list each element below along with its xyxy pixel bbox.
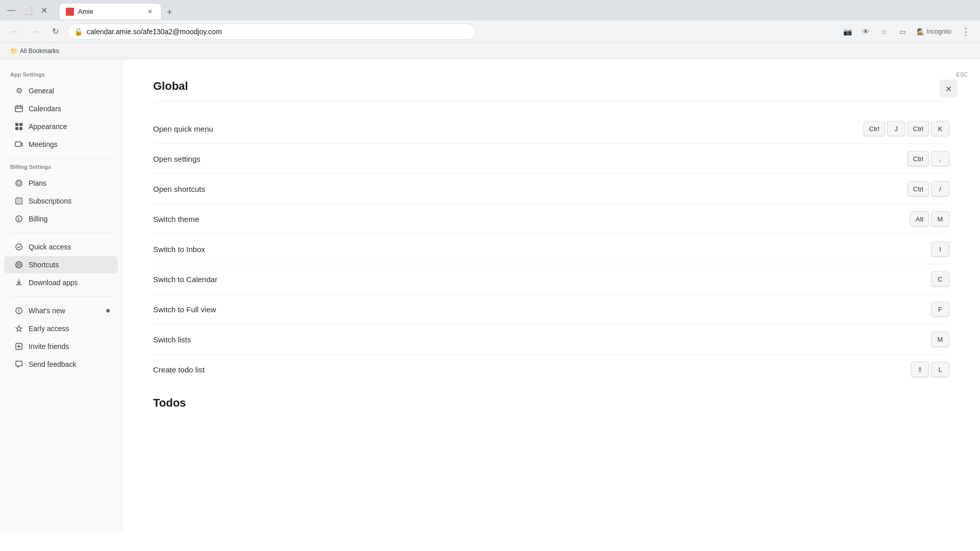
shortcuts-list: Open quick menuCtrlJCtrlKOpen settingsCt… xyxy=(153,114,949,384)
appearance-label: Appearance xyxy=(29,122,67,131)
shortcut-keys: ⇧L xyxy=(911,362,949,377)
minimize-button[interactable]: — xyxy=(4,3,18,17)
browser-toolbar: ← → ↻ 🔒 calendar.amie.so/afe130a2@moodjo… xyxy=(0,20,980,43)
shortcut-row: Switch to Full viewF xyxy=(153,294,949,324)
reload-button[interactable]: ↻ xyxy=(47,23,63,40)
maximize-button[interactable]: ⬜ xyxy=(20,3,35,17)
close-window-button[interactable]: ✕ xyxy=(37,3,51,17)
close-button[interactable]: ✕ xyxy=(939,80,958,98)
svg-rect-5 xyxy=(19,123,22,126)
shortcut-keys: Ctrl/ xyxy=(908,181,949,196)
esc-label: ESC xyxy=(956,71,968,78)
bookmarks-bar: 📁 All Bookmarks xyxy=(0,43,980,59)
divider-2 xyxy=(10,233,112,233)
key-badge: L xyxy=(931,362,949,377)
shortcut-keys: I xyxy=(931,241,949,257)
shortcut-label: Switch to Inbox xyxy=(153,245,931,254)
lock-icon: 🔒 xyxy=(74,28,83,36)
shortcut-row: Open quick menuCtrlJCtrlK xyxy=(153,114,949,143)
sidebar-item-subscriptions[interactable]: Subscriptions xyxy=(4,192,118,210)
send-feedback-icon xyxy=(14,360,23,369)
sidebar-item-early-access[interactable]: Early access xyxy=(4,320,118,337)
quick-access-label: Quick access xyxy=(29,243,71,251)
menu-button[interactable]: ⋮ xyxy=(958,23,974,40)
shortcut-row: Switch to InboxI xyxy=(153,234,949,264)
subscriptions-icon xyxy=(14,196,23,206)
back-button[interactable]: ← xyxy=(6,23,22,40)
key-badge: F xyxy=(931,302,949,317)
svg-point-9 xyxy=(16,180,22,186)
download-apps-label: Download apps xyxy=(29,279,78,287)
eye-off-icon[interactable]: 👁 xyxy=(857,23,874,40)
calendars-label: Calendars xyxy=(29,105,61,113)
main-content: ✕ ESC Global Open quick menuCtrlJCtrlKOp… xyxy=(122,59,980,533)
early-access-icon xyxy=(14,324,23,333)
app-container: App Settings ⚙ General Calendars xyxy=(0,59,980,533)
camera-off-icon[interactable]: 📷 xyxy=(839,23,855,40)
shortcut-label: Open shortcuts xyxy=(153,185,908,193)
svg-rect-11 xyxy=(16,198,22,204)
todos-section-title: Todos xyxy=(153,396,949,410)
sidebar-item-invite-friends[interactable]: Invite friends xyxy=(4,338,118,355)
sidebar-item-plans[interactable]: Plans xyxy=(4,174,118,192)
sidebar: App Settings ⚙ General Calendars xyxy=(0,59,122,533)
general-label: General xyxy=(29,87,54,95)
shortcut-label: Open quick menu xyxy=(153,124,864,133)
sidebar-item-meetings[interactable]: Meetings xyxy=(4,136,118,153)
sidebar-item-appearance[interactable]: Appearance xyxy=(4,118,118,135)
svg-rect-7 xyxy=(19,127,22,130)
tab-close-button[interactable]: ✕ xyxy=(145,7,155,16)
svg-rect-6 xyxy=(15,127,18,130)
key-badge: Alt xyxy=(910,211,929,227)
sidebar-icon[interactable]: ▭ xyxy=(894,23,911,40)
sidebar-item-send-feedback[interactable]: Send feedback xyxy=(4,356,118,373)
bookmarks-folder[interactable]: 📁 All Bookmarks xyxy=(6,45,63,57)
key-badge: C xyxy=(931,271,949,287)
notification-badge xyxy=(106,309,110,313)
bookmarks-label: All Bookmarks xyxy=(20,47,59,55)
divider-3 xyxy=(10,296,112,297)
sidebar-item-quick-access[interactable]: Quick access xyxy=(4,238,118,256)
shortcut-row: Open settingsCtrl, xyxy=(153,144,949,173)
key-badge: I xyxy=(931,241,949,257)
global-section-title: Global xyxy=(153,80,949,93)
shortcuts-icon xyxy=(14,260,23,269)
shortcut-keys: M xyxy=(931,332,949,347)
sidebar-item-billing[interactable]: $ Billing xyxy=(4,210,118,228)
new-tab-button[interactable]: + xyxy=(162,5,177,19)
sidebar-item-shortcuts[interactable]: Shortcuts xyxy=(4,256,118,273)
shortcut-row: Create todo list⇧L xyxy=(153,355,949,384)
meetings-icon xyxy=(14,140,23,149)
key-badge: Ctrl xyxy=(908,121,929,136)
active-tab[interactable]: Amie ✕ xyxy=(59,3,161,19)
divider-1 xyxy=(10,158,112,159)
gear-icon: ⚙ xyxy=(14,86,23,95)
tab-bar: Amie ✕ + xyxy=(55,1,181,19)
shortcut-row: Switch themeAltM xyxy=(153,204,949,234)
sidebar-item-whats-new[interactable]: What's new xyxy=(4,302,118,319)
key-badge: , xyxy=(931,151,949,166)
sidebar-item-general[interactable]: ⚙ General xyxy=(4,82,118,99)
shortcut-keys: Ctrl, xyxy=(908,151,949,166)
plans-icon xyxy=(14,179,23,188)
star-icon[interactable]: ☆ xyxy=(876,23,892,40)
window-controls: — ⬜ ✕ xyxy=(4,3,51,17)
shortcut-label: Switch to Calendar xyxy=(153,275,931,284)
shortcut-label: Switch theme xyxy=(153,215,910,223)
forward-button[interactable]: → xyxy=(27,23,43,40)
incognito-indicator[interactable]: 🕵 Incognito xyxy=(913,26,955,37)
folder-icon: 📁 xyxy=(10,47,18,55)
key-badge: Ctrl xyxy=(864,121,885,136)
calendar-icon xyxy=(14,104,23,113)
key-badge: M xyxy=(931,332,949,347)
sidebar-item-download-apps[interactable]: Download apps xyxy=(4,274,118,291)
appearance-icon xyxy=(14,122,23,131)
global-divider xyxy=(153,101,949,102)
address-bar[interactable]: 🔒 calendar.amie.so/afe130a2@moodjoy.com xyxy=(67,23,476,40)
shortcut-label: Create todo list xyxy=(153,365,911,374)
invite-friends-label: Invite friends xyxy=(29,342,69,350)
billing-settings-label: Billing Settings xyxy=(0,164,122,174)
sidebar-item-calendars[interactable]: Calendars xyxy=(4,100,118,117)
shortcut-row: Open shortcutsCtrl/ xyxy=(153,174,949,204)
shortcut-row: Switch listsM xyxy=(153,324,949,354)
